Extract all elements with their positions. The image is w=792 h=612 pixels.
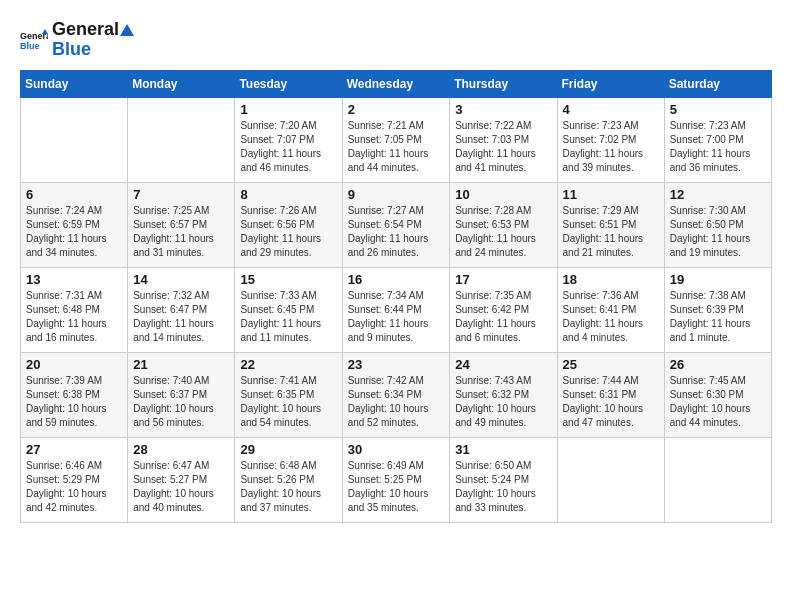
calendar-cell <box>128 97 235 182</box>
day-info: Sunrise: 7:36 AM Sunset: 6:41 PM Dayligh… <box>563 289 659 345</box>
calendar-cell: 3Sunrise: 7:22 AM Sunset: 7:03 PM Daylig… <box>450 97 557 182</box>
day-number: 14 <box>133 272 229 287</box>
calendar-cell: 20Sunrise: 7:39 AM Sunset: 6:38 PM Dayli… <box>21 352 128 437</box>
day-number: 6 <box>26 187 122 202</box>
calendar-cell: 6Sunrise: 7:24 AM Sunset: 6:59 PM Daylig… <box>21 182 128 267</box>
column-header-sunday: Sunday <box>21 70 128 97</box>
day-info: Sunrise: 7:22 AM Sunset: 7:03 PM Dayligh… <box>455 119 551 175</box>
day-number: 17 <box>455 272 551 287</box>
day-number: 19 <box>670 272 766 287</box>
column-header-friday: Friday <box>557 70 664 97</box>
day-number: 27 <box>26 442 122 457</box>
calendar-cell <box>664 437 771 522</box>
calendar-cell: 9Sunrise: 7:27 AM Sunset: 6:54 PM Daylig… <box>342 182 450 267</box>
day-number: 11 <box>563 187 659 202</box>
calendar-table: SundayMondayTuesdayWednesdayThursdayFrid… <box>20 70 772 523</box>
day-number: 23 <box>348 357 445 372</box>
day-number: 13 <box>26 272 122 287</box>
calendar-week-5: 27Sunrise: 6:46 AM Sunset: 5:29 PM Dayli… <box>21 437 772 522</box>
day-info: Sunrise: 6:48 AM Sunset: 5:26 PM Dayligh… <box>240 459 336 515</box>
calendar-cell: 12Sunrise: 7:30 AM Sunset: 6:50 PM Dayli… <box>664 182 771 267</box>
calendar-cell: 19Sunrise: 7:38 AM Sunset: 6:39 PM Dayli… <box>664 267 771 352</box>
day-info: Sunrise: 7:23 AM Sunset: 7:00 PM Dayligh… <box>670 119 766 175</box>
calendar-cell: 11Sunrise: 7:29 AM Sunset: 6:51 PM Dayli… <box>557 182 664 267</box>
calendar-cell: 23Sunrise: 7:42 AM Sunset: 6:34 PM Dayli… <box>342 352 450 437</box>
day-info: Sunrise: 7:24 AM Sunset: 6:59 PM Dayligh… <box>26 204 122 260</box>
day-number: 29 <box>240 442 336 457</box>
day-info: Sunrise: 7:20 AM Sunset: 7:07 PM Dayligh… <box>240 119 336 175</box>
calendar-cell: 31Sunrise: 6:50 AM Sunset: 5:24 PM Dayli… <box>450 437 557 522</box>
calendar-cell <box>21 97 128 182</box>
calendar-cell: 27Sunrise: 6:46 AM Sunset: 5:29 PM Dayli… <box>21 437 128 522</box>
column-header-monday: Monday <box>128 70 235 97</box>
logo-text: GeneralBlue <box>52 20 135 60</box>
day-info: Sunrise: 7:39 AM Sunset: 6:38 PM Dayligh… <box>26 374 122 430</box>
day-info: Sunrise: 7:32 AM Sunset: 6:47 PM Dayligh… <box>133 289 229 345</box>
day-info: Sunrise: 7:27 AM Sunset: 6:54 PM Dayligh… <box>348 204 445 260</box>
day-number: 28 <box>133 442 229 457</box>
day-number: 5 <box>670 102 766 117</box>
column-header-tuesday: Tuesday <box>235 70 342 97</box>
day-number: 16 <box>348 272 445 287</box>
calendar-cell: 17Sunrise: 7:35 AM Sunset: 6:42 PM Dayli… <box>450 267 557 352</box>
calendar-header-row: SundayMondayTuesdayWednesdayThursdayFrid… <box>21 70 772 97</box>
day-info: Sunrise: 7:33 AM Sunset: 6:45 PM Dayligh… <box>240 289 336 345</box>
calendar-cell: 30Sunrise: 6:49 AM Sunset: 5:25 PM Dayli… <box>342 437 450 522</box>
day-info: Sunrise: 7:31 AM Sunset: 6:48 PM Dayligh… <box>26 289 122 345</box>
calendar-cell: 8Sunrise: 7:26 AM Sunset: 6:56 PM Daylig… <box>235 182 342 267</box>
day-info: Sunrise: 7:43 AM Sunset: 6:32 PM Dayligh… <box>455 374 551 430</box>
day-number: 3 <box>455 102 551 117</box>
column-header-saturday: Saturday <box>664 70 771 97</box>
calendar-cell: 21Sunrise: 7:40 AM Sunset: 6:37 PM Dayli… <box>128 352 235 437</box>
day-info: Sunrise: 7:29 AM Sunset: 6:51 PM Dayligh… <box>563 204 659 260</box>
day-info: Sunrise: 7:40 AM Sunset: 6:37 PM Dayligh… <box>133 374 229 430</box>
calendar-cell: 10Sunrise: 7:28 AM Sunset: 6:53 PM Dayli… <box>450 182 557 267</box>
day-info: Sunrise: 6:47 AM Sunset: 5:27 PM Dayligh… <box>133 459 229 515</box>
day-info: Sunrise: 7:23 AM Sunset: 7:02 PM Dayligh… <box>563 119 659 175</box>
day-info: Sunrise: 7:35 AM Sunset: 6:42 PM Dayligh… <box>455 289 551 345</box>
day-info: Sunrise: 7:25 AM Sunset: 6:57 PM Dayligh… <box>133 204 229 260</box>
day-info: Sunrise: 7:44 AM Sunset: 6:31 PM Dayligh… <box>563 374 659 430</box>
day-number: 7 <box>133 187 229 202</box>
logo-icon: General Blue <box>20 29 48 51</box>
day-number: 10 <box>455 187 551 202</box>
calendar-cell: 24Sunrise: 7:43 AM Sunset: 6:32 PM Dayli… <box>450 352 557 437</box>
day-number: 21 <box>133 357 229 372</box>
day-info: Sunrise: 7:28 AM Sunset: 6:53 PM Dayligh… <box>455 204 551 260</box>
calendar-cell: 16Sunrise: 7:34 AM Sunset: 6:44 PM Dayli… <box>342 267 450 352</box>
day-number: 2 <box>348 102 445 117</box>
day-info: Sunrise: 7:38 AM Sunset: 6:39 PM Dayligh… <box>670 289 766 345</box>
day-info: Sunrise: 7:21 AM Sunset: 7:05 PM Dayligh… <box>348 119 445 175</box>
calendar-cell: 14Sunrise: 7:32 AM Sunset: 6:47 PM Dayli… <box>128 267 235 352</box>
logo: General Blue GeneralBlue <box>20 20 135 60</box>
calendar-cell: 13Sunrise: 7:31 AM Sunset: 6:48 PM Dayli… <box>21 267 128 352</box>
day-info: Sunrise: 7:45 AM Sunset: 6:30 PM Dayligh… <box>670 374 766 430</box>
day-info: Sunrise: 6:50 AM Sunset: 5:24 PM Dayligh… <box>455 459 551 515</box>
calendar-week-4: 20Sunrise: 7:39 AM Sunset: 6:38 PM Dayli… <box>21 352 772 437</box>
day-number: 4 <box>563 102 659 117</box>
day-info: Sunrise: 7:30 AM Sunset: 6:50 PM Dayligh… <box>670 204 766 260</box>
day-number: 1 <box>240 102 336 117</box>
day-info: Sunrise: 7:34 AM Sunset: 6:44 PM Dayligh… <box>348 289 445 345</box>
day-number: 26 <box>670 357 766 372</box>
day-info: Sunrise: 6:49 AM Sunset: 5:25 PM Dayligh… <box>348 459 445 515</box>
day-number: 30 <box>348 442 445 457</box>
calendar-cell <box>557 437 664 522</box>
calendar-cell: 2Sunrise: 7:21 AM Sunset: 7:05 PM Daylig… <box>342 97 450 182</box>
calendar-cell: 22Sunrise: 7:41 AM Sunset: 6:35 PM Dayli… <box>235 352 342 437</box>
calendar-cell: 4Sunrise: 7:23 AM Sunset: 7:02 PM Daylig… <box>557 97 664 182</box>
calendar-week-3: 13Sunrise: 7:31 AM Sunset: 6:48 PM Dayli… <box>21 267 772 352</box>
day-number: 20 <box>26 357 122 372</box>
day-info: Sunrise: 6:46 AM Sunset: 5:29 PM Dayligh… <box>26 459 122 515</box>
calendar-week-2: 6Sunrise: 7:24 AM Sunset: 6:59 PM Daylig… <box>21 182 772 267</box>
calendar-cell: 18Sunrise: 7:36 AM Sunset: 6:41 PM Dayli… <box>557 267 664 352</box>
day-number: 18 <box>563 272 659 287</box>
calendar-cell: 15Sunrise: 7:33 AM Sunset: 6:45 PM Dayli… <box>235 267 342 352</box>
day-number: 31 <box>455 442 551 457</box>
day-number: 22 <box>240 357 336 372</box>
calendar-cell: 5Sunrise: 7:23 AM Sunset: 7:00 PM Daylig… <box>664 97 771 182</box>
day-number: 15 <box>240 272 336 287</box>
day-number: 24 <box>455 357 551 372</box>
day-number: 25 <box>563 357 659 372</box>
day-number: 8 <box>240 187 336 202</box>
